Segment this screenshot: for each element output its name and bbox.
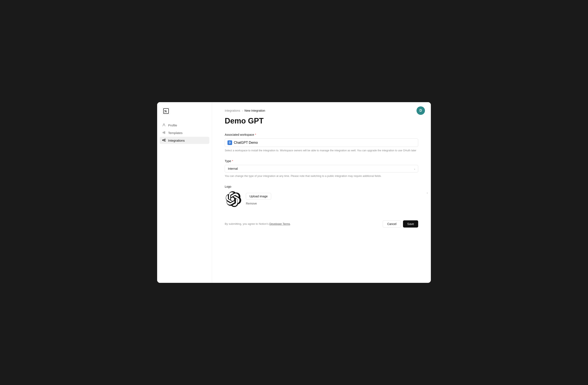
- type-required-star: *: [232, 159, 233, 163]
- type-section: Type * Internal Public ⌄ You can change …: [225, 159, 418, 178]
- breadcrumb-separator: ›: [242, 109, 243, 112]
- cancel-button[interactable]: Cancel: [383, 220, 401, 227]
- svg-text:N: N: [164, 110, 167, 113]
- developer-terms-link[interactable]: Developer Terms: [269, 222, 290, 225]
- footer-buttons: Cancel Save: [383, 220, 418, 227]
- terms-text: By submitting, you agree to Notion's Dev…: [225, 222, 291, 225]
- workspace-value: ChatGPT Demo: [234, 141, 258, 144]
- workspace-section: Associated workspace * D ChatGPT Demo ⌄ …: [225, 133, 418, 153]
- templates-icon: [162, 131, 166, 135]
- svg-line-7: [164, 132, 164, 132]
- integrations-icon: [162, 139, 166, 142]
- upload-image-button[interactable]: Upload image: [246, 193, 271, 200]
- svg-point-6: [164, 133, 165, 134]
- workspace-hint: Select a workspace to install the integr…: [225, 149, 418, 153]
- logo-row: Upload image Remove: [225, 191, 418, 208]
- svg-point-10: [165, 141, 165, 142]
- remove-logo-button[interactable]: Remove: [246, 201, 271, 205]
- form-footer: By submitting, you agree to Notion's Dev…: [225, 216, 418, 227]
- page-title: Demo GPT: [225, 117, 418, 125]
- sidebar-item-integrations[interactable]: Integrations: [160, 137, 209, 144]
- type-select-wrapper: Internal Public ⌄: [225, 165, 418, 172]
- workspace-label: Associated workspace *: [225, 133, 418, 136]
- app-window: N Profile: [157, 102, 431, 283]
- workspace-select[interactable]: D ChatGPT Demo ⌄: [225, 139, 418, 147]
- svg-point-3: [163, 124, 165, 125]
- logo-section: Logo Upload image Remove: [225, 185, 418, 208]
- sidebar-item-templates-label: Templates: [168, 131, 183, 135]
- breadcrumb: Integrations › New Integration: [225, 109, 418, 112]
- logo-preview: [225, 191, 242, 208]
- type-hint: You can change the type of your integrat…: [225, 174, 418, 178]
- app-logo: N: [157, 107, 212, 122]
- type-select[interactable]: Internal Public: [225, 165, 418, 172]
- breadcrumb-integrations-link[interactable]: Integrations: [225, 109, 240, 112]
- sidebar-item-templates[interactable]: Templates: [160, 129, 209, 136]
- svg-point-9: [165, 139, 165, 140]
- main-content: D Integrations › New Integration Demo GP…: [212, 102, 431, 283]
- sidebar-item-integrations-label: Integrations: [168, 139, 185, 142]
- logo-actions: Upload image Remove: [246, 193, 271, 205]
- svg-point-5: [164, 131, 165, 133]
- user-avatar[interactable]: D: [417, 106, 425, 115]
- chevron-down-icon: ⌄: [426, 191, 428, 194]
- breadcrumb-current: New Integration: [245, 109, 265, 112]
- sidebar-item-profile[interactable]: Profile: [160, 122, 209, 129]
- svg-point-4: [163, 132, 164, 133]
- workspace-required-star: *: [255, 133, 256, 136]
- sidebar-item-profile-label: Profile: [168, 123, 177, 127]
- logo-label: Logo: [225, 185, 418, 188]
- workspace-icon: D: [228, 140, 232, 145]
- sidebar: N Profile: [157, 102, 212, 283]
- sidebar-nav: Profile Templates: [157, 122, 212, 144]
- save-button[interactable]: Save: [403, 220, 418, 227]
- type-label: Type *: [225, 159, 418, 163]
- person-icon: [162, 123, 166, 127]
